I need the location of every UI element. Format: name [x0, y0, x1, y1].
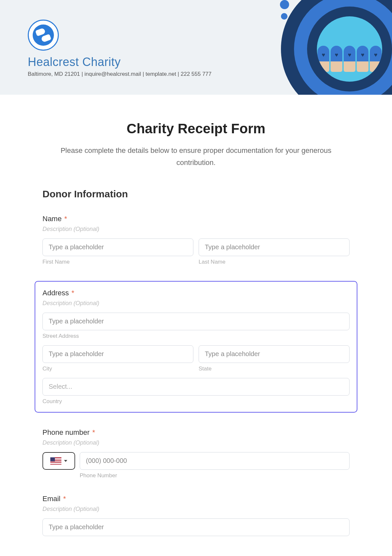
field-address: Address * Description (Optional) Street …	[35, 281, 357, 413]
country-sublabel: Country	[42, 398, 350, 405]
name-description[interactable]: Description (Optional)	[42, 226, 350, 233]
required-asterisk: *	[70, 289, 74, 297]
us-flag-icon	[50, 457, 61, 465]
first-name-input[interactable]	[42, 238, 193, 256]
phone-input[interactable]	[80, 452, 350, 470]
required-asterisk: *	[62, 215, 67, 223]
field-phone: Phone number * Description (Optional) Ph…	[42, 428, 350, 479]
street-sublabel: Street Address	[42, 333, 350, 339]
state-input[interactable]	[199, 345, 350, 363]
phone-sublabel: Phone Number	[80, 472, 350, 479]
first-name-sublabel: First Name	[42, 259, 193, 265]
header-photo	[317, 16, 382, 82]
country-code-button[interactable]	[42, 452, 75, 470]
address-label: Address *	[42, 289, 350, 297]
section-donor-title: Donor Information	[42, 188, 350, 200]
city-sublabel: City	[42, 366, 193, 372]
street-input[interactable]	[42, 313, 350, 330]
name-label: Name *	[42, 215, 350, 223]
chevron-down-icon	[64, 460, 67, 462]
required-asterisk: *	[61, 495, 66, 503]
header-decoration	[255, 0, 392, 95]
last-name-input[interactable]	[199, 238, 350, 256]
logo-icon	[28, 20, 59, 51]
email-input[interactable]	[42, 518, 350, 536]
country-select[interactable]: Select...	[42, 378, 350, 396]
form-content: Charity Receipt Form Please complete the…	[42, 95, 350, 556]
form-intro: Please complete the details below to ens…	[49, 144, 343, 169]
address-description[interactable]: Description (Optional)	[42, 300, 350, 307]
form-title: Charity Receipt Form	[42, 121, 350, 137]
city-input[interactable]	[42, 345, 193, 363]
required-asterisk: *	[90, 428, 95, 436]
field-email: Email * Description (Optional)	[42, 495, 350, 536]
email-description[interactable]: Description (Optional)	[42, 506, 350, 513]
email-label: Email *	[42, 495, 350, 503]
field-name: Name * Description (Optional) First Name…	[42, 215, 350, 265]
phone-description[interactable]: Description (Optional)	[42, 439, 350, 446]
phone-label: Phone number *	[42, 428, 350, 437]
page-header: Healcrest Charity Baltimore, MD 21201 | …	[0, 0, 392, 95]
state-sublabel: State	[199, 366, 350, 372]
last-name-sublabel: Last Name	[199, 259, 350, 265]
